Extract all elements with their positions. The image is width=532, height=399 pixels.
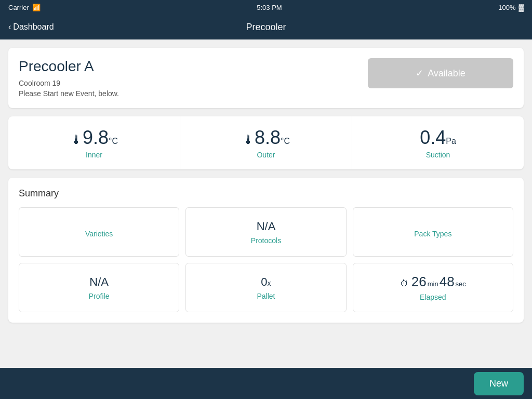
elapsed-cell: ⏱ 26 min 48 sec Elapsed xyxy=(353,263,513,312)
pallet-label: Pallet xyxy=(257,292,275,300)
status-bar: Carrier 📶 5:03 PM 100% ▓ xyxy=(0,0,532,15)
elapsed-minutes: 26 xyxy=(411,274,427,290)
sensor-inner: 🌡9.8°C Inner xyxy=(8,116,180,169)
inner-temp-value: 🌡9.8°C xyxy=(19,127,169,149)
elapsed-value: ⏱ 26 min 48 sec xyxy=(400,274,466,290)
suction-unit: Pa xyxy=(446,137,456,145)
summary-card: Summary Varieties N/A Protocols Pack Typ… xyxy=(8,178,524,323)
thermometer-icon: 🌡 xyxy=(70,132,83,147)
carrier-label: Carrier xyxy=(8,4,29,11)
varieties-label: Varieties xyxy=(85,230,113,238)
pallet-unit: x xyxy=(268,279,271,287)
status-bar-right: 100% ▓ xyxy=(498,4,524,11)
inner-temp-unit: °C xyxy=(109,137,118,145)
outer-temp-value: 🌡8.8°C xyxy=(191,127,341,149)
elapsed-label: Elapsed xyxy=(420,293,446,301)
summary-grid: Varieties N/A Protocols Pack Types N/A P… xyxy=(19,207,513,312)
back-label: Dashboard xyxy=(13,22,54,32)
bottom-bar: New xyxy=(0,368,532,399)
sensor-suction: 0.4Pa Suction xyxy=(352,116,524,169)
nav-title: Precooler xyxy=(246,22,286,33)
available-button[interactable]: ✓ Available xyxy=(368,58,513,88)
inner-label: Inner xyxy=(19,151,169,159)
elapsed-seconds: 48 xyxy=(440,274,455,290)
status-bar-time: 5:03 PM xyxy=(257,4,282,11)
header-info: Precooler A Coolroom 19 Please Start new… xyxy=(19,58,119,98)
header-card: Precooler A Coolroom 19 Please Start new… xyxy=(8,48,524,108)
pallet-value: 0x xyxy=(261,275,271,289)
new-button[interactable]: New xyxy=(474,372,524,395)
check-icon: ✓ xyxy=(416,68,423,79)
varieties-cell[interactable]: Varieties xyxy=(19,207,179,257)
outer-label: Outer xyxy=(191,151,341,159)
precooler-title: Precooler A xyxy=(19,58,119,75)
outer-temp-unit: °C xyxy=(281,137,290,145)
status-bar-left: Carrier 📶 xyxy=(8,4,41,11)
protocols-label: Protocols xyxy=(251,236,281,245)
back-button[interactable]: ‹ Dashboard xyxy=(8,22,54,32)
nav-bar: ‹ Dashboard Precooler xyxy=(0,15,532,39)
wifi-icon: 📶 xyxy=(32,4,41,11)
main-content: Precooler A Coolroom 19 Please Start new… xyxy=(0,39,532,368)
battery-icon: ▓ xyxy=(519,4,524,11)
sensor-outer: 🌡8.8°C Outer xyxy=(180,116,352,169)
suction-label: Suction xyxy=(363,151,513,159)
battery-label: 100% xyxy=(498,4,515,11)
back-chevron-icon: ‹ xyxy=(8,22,11,32)
pack-types-label: Pack Types xyxy=(414,230,451,238)
available-label: Available xyxy=(428,68,466,79)
elapsed-min-label: min xyxy=(428,280,438,288)
elapsed-sec-label: sec xyxy=(456,280,466,288)
summary-title: Summary xyxy=(19,188,513,199)
suction-value: 0.4Pa xyxy=(363,127,513,149)
profile-label: Profile xyxy=(89,292,110,300)
sensor-row: 🌡9.8°C Inner 🌡8.8°C Outer 0.4Pa Suction xyxy=(8,116,524,169)
protocols-value: N/A xyxy=(257,220,276,233)
protocols-cell[interactable]: N/A Protocols xyxy=(185,207,346,257)
pallet-cell[interactable]: 0x Pallet xyxy=(185,263,346,312)
profile-cell[interactable]: N/A Profile xyxy=(19,263,179,312)
thermometer-icon-outer: 🌡 xyxy=(242,132,255,147)
coolroom-label: Coolroom 19 xyxy=(19,79,119,87)
profile-value: N/A xyxy=(89,275,109,289)
instruction-text: Please Start new Event, below. xyxy=(19,89,119,98)
clock-icon: ⏱ xyxy=(400,279,408,288)
pack-types-cell[interactable]: Pack Types xyxy=(353,207,513,257)
